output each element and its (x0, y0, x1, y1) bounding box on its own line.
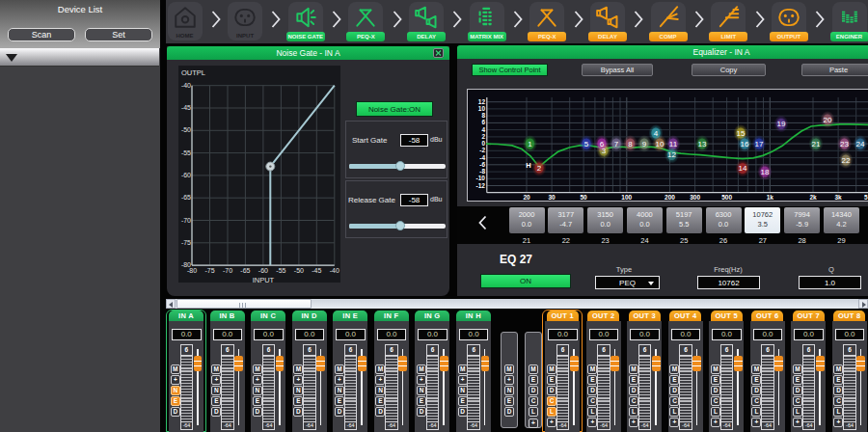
svg-text:6: 6 (600, 140, 605, 148)
svg-text:23: 23 (840, 140, 849, 148)
svg-text:5: 5 (584, 140, 589, 148)
svg-text:15: 15 (737, 129, 746, 138)
svg-text:1: 1 (528, 140, 532, 148)
svg-text:H: H (526, 161, 530, 170)
svg-text:18: 18 (761, 168, 770, 176)
svg-text:17: 17 (755, 140, 764, 148)
svg-text:4: 4 (654, 129, 659, 138)
svg-text:22: 22 (842, 156, 851, 165)
svg-text:19: 19 (777, 120, 786, 128)
svg-text:13: 13 (698, 140, 707, 148)
svg-text:8: 8 (628, 140, 633, 148)
svg-text:7: 7 (614, 140, 619, 148)
svg-text:21: 21 (812, 140, 821, 148)
svg-text:12: 12 (667, 150, 676, 159)
svg-text:10: 10 (656, 140, 665, 148)
svg-text:24: 24 (856, 140, 865, 148)
svg-text:11: 11 (669, 140, 678, 148)
svg-text:9: 9 (642, 140, 647, 148)
svg-text:2: 2 (537, 164, 542, 173)
svg-text:20: 20 (824, 116, 832, 124)
svg-text:14: 14 (739, 164, 747, 173)
svg-text:16: 16 (741, 140, 749, 148)
